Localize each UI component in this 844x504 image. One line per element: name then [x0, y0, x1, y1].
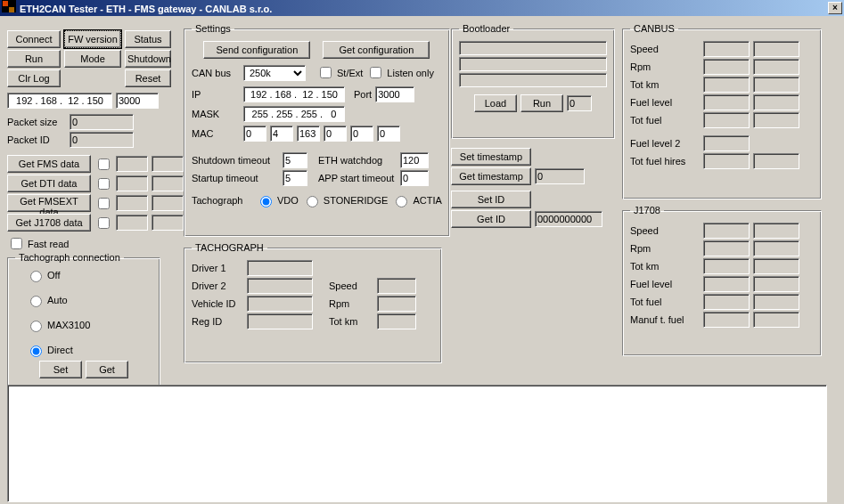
bl-bar2 [459, 57, 607, 71]
shutdown-button[interactable]: Shutdown [125, 50, 171, 68]
get-j1708-button[interactable]: Get J1708 data [7, 214, 91, 232]
cb-rpm1 [703, 59, 750, 75]
su-timeout-input[interactable] [283, 170, 307, 186]
stext-check[interactable]: St/Ext [316, 64, 363, 81]
set-id-button[interactable]: Set ID [451, 191, 531, 208]
settings-ip-input[interactable] [243, 86, 345, 102]
packet-size-label: Packet size [7, 117, 66, 127]
j-speed2 [753, 223, 799, 239]
fms-val1 [116, 156, 148, 172]
j-totkm-label: Tot km [630, 261, 700, 272]
tachograph-legend: TACHOGRAPH [192, 242, 267, 253]
mac2[interactable] [297, 126, 320, 142]
wd-input[interactable] [400, 152, 429, 168]
j1708-check[interactable] [98, 217, 110, 229]
mac0[interactable] [243, 126, 266, 142]
j-manuf1 [703, 312, 750, 328]
cb-totfuelh2 [753, 153, 799, 169]
dti-check[interactable] [98, 178, 110, 190]
fmsext-val2 [152, 195, 184, 211]
tacho-auto-radio[interactable]: Auto [26, 293, 152, 307]
tg-rpm-label: Rpm [329, 298, 373, 309]
title-bar: ETH2CAN Tester - ETH - FMS gateway - CAN… [0, 0, 844, 16]
get-fmsext-button[interactable]: Get FMSEXT data [7, 194, 91, 212]
listen-check[interactable]: Listen only [366, 64, 434, 81]
mask-input[interactable] [243, 106, 345, 122]
fms-check[interactable] [98, 159, 110, 170]
canbus-select[interactable]: 250k [243, 65, 306, 81]
get-fms-button[interactable]: Get FMS data [7, 155, 91, 173]
j1708-legend: J1708 [630, 205, 664, 215]
dti-val1 [116, 175, 148, 191]
settings-port-input[interactable] [375, 86, 414, 102]
get-id-button[interactable]: Get ID [451, 210, 531, 228]
packet-id-label: Packet ID [7, 134, 66, 145]
settings-legend: Settings [192, 23, 234, 34]
bl-bar1 [459, 41, 607, 55]
set-timestamp-button[interactable]: Set timestamp [451, 148, 531, 166]
tg-totkm-field [377, 313, 416, 329]
clear-log-button[interactable]: Clr Log [7, 69, 61, 87]
get-config-button[interactable]: Get configuration [323, 41, 430, 59]
get-timestamp-button[interactable]: Get timestamp [451, 167, 531, 185]
connect-button[interactable]: Connect [7, 30, 61, 48]
close-button[interactable]: × [828, 2, 842, 14]
bl-load-button[interactable]: Load [474, 94, 517, 112]
cb-fuel1 [703, 94, 750, 110]
fw-version-button[interactable]: FW version [64, 30, 121, 48]
mac3[interactable] [324, 126, 347, 142]
id-field [535, 211, 602, 227]
port-label: Port [354, 89, 372, 100]
send-config-button[interactable]: Send configuration [203, 41, 310, 59]
driver2-label: Driver 2 [192, 280, 243, 291]
mac1[interactable] [270, 126, 293, 142]
su-timeout-label: Startup timeout [192, 173, 279, 183]
ip-input[interactable] [7, 93, 112, 109]
j-manuf2 [753, 312, 799, 328]
tacho-get-button[interactable]: Get [86, 361, 128, 378]
log-area[interactable] [7, 385, 827, 502]
app-timeout-input[interactable] [400, 170, 429, 186]
j-totkm2 [753, 258, 799, 274]
status-button[interactable]: Status [125, 30, 171, 48]
cb-totfuel-label: Tot fuel [630, 115, 700, 126]
sd-timeout-input[interactable] [283, 152, 307, 168]
cb-fuel-label: Fuel level [630, 97, 700, 108]
bl-bar3 [459, 73, 607, 87]
app-icon [2, 0, 16, 12]
mac4[interactable] [350, 126, 373, 142]
cb-speed1 [703, 41, 750, 57]
tacho-stoneridge-radio[interactable]: STONERIDGE [302, 193, 389, 207]
j-rpm1 [703, 240, 750, 256]
bootloader-legend: Bootloader [459, 23, 513, 34]
mode-button[interactable]: Mode [64, 50, 121, 68]
tacho-vdo-radio[interactable]: VDO [256, 193, 299, 207]
fast-read-check[interactable]: Fast read [7, 235, 184, 252]
get-dti-button[interactable]: Get DTI data [7, 175, 91, 192]
cb-fuel2 [753, 94, 799, 110]
mac5[interactable] [377, 126, 400, 142]
cb-fuel2-label: Fuel level 2 [630, 138, 700, 149]
canbus-legend: CANBUS [630, 23, 678, 34]
regid-label: Reg ID [192, 316, 243, 327]
tacho-actia-radio[interactable]: ACTIA [391, 193, 441, 207]
fmsext-check[interactable] [98, 198, 110, 209]
reset-button[interactable]: Reset [125, 69, 171, 87]
j-speed-label: Speed [630, 225, 700, 236]
tacho-max-radio[interactable]: MAX3100 [26, 318, 152, 332]
cb-speed-label: Speed [630, 44, 700, 54]
driver1-label: Driver 1 [192, 263, 243, 273]
packet-id-field [70, 132, 134, 148]
tacho-off-radio[interactable]: Off [26, 268, 152, 282]
tacho-set-button[interactable]: Set [39, 361, 82, 378]
cb-totfuelh1 [703, 153, 750, 169]
port-input[interactable] [116, 93, 159, 109]
bl-run-button[interactable]: Run [520, 94, 563, 112]
cb-totkm-label: Tot km [630, 79, 700, 90]
cb-fuellevel2 [703, 135, 750, 151]
bl-value-field [567, 95, 592, 111]
cb-rpm2 [753, 59, 799, 75]
tacho-direct-radio[interactable]: Direct [26, 343, 152, 357]
cb-totfuelh-label: Tot fuel hires [630, 156, 700, 167]
run-button[interactable]: Run [7, 50, 61, 68]
